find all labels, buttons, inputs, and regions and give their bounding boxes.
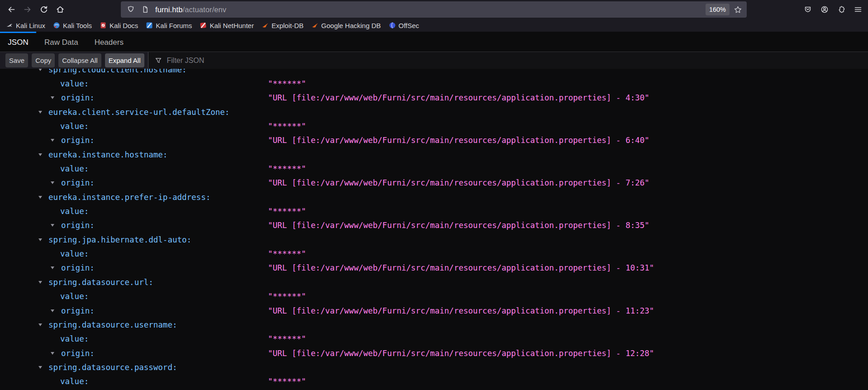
json-row-spring-cloud-client-hostname: spring.cloud.client.hostname: — [0, 69, 868, 76]
json-origin-label[interactable]: origin: — [61, 263, 95, 272]
json-value-label: value: — [60, 122, 89, 131]
bookmark-kali-forums[interactable]: Kali Forums — [144, 21, 193, 30]
bookmark-exploit-db[interactable]: Exploit-DB — [260, 21, 305, 30]
json-origin-label[interactable]: origin: — [61, 306, 95, 315]
extensions-button[interactable] — [834, 2, 849, 17]
zoom-level-badge[interactable]: 160% — [706, 4, 730, 15]
json-value-label: value: — [60, 207, 89, 216]
json-key-label[interactable]: spring.datasource.url: — [48, 278, 153, 287]
collapse-all-button[interactable]: Collapse All — [58, 53, 101, 67]
bookmark-star-icon[interactable] — [731, 4, 744, 15]
json-row-eureka-instance-hostname: eureka.instance.hostname: — [0, 147, 868, 162]
pocket-icon — [803, 5, 812, 14]
expand-arrow-icon[interactable] — [38, 281, 42, 284]
copy-button[interactable]: Copy — [32, 53, 55, 67]
json-origin-label[interactable]: origin: — [61, 178, 95, 187]
viewer-toolbar: SaveCopyCollapse AllExpand All — [0, 52, 868, 69]
expand-arrow-icon[interactable] — [51, 352, 54, 355]
json-origin-label[interactable]: origin: — [61, 349, 95, 358]
json-key-label[interactable]: eureka.instance.hostname: — [48, 150, 167, 159]
json-key-label[interactable]: spring.datasource.username: — [48, 320, 177, 329]
expand-arrow-icon[interactable] — [38, 366, 42, 369]
back-button[interactable] — [4, 2, 19, 17]
json-key-label[interactable]: spring.datasource.password: — [48, 363, 177, 372]
account-button[interactable] — [817, 2, 832, 17]
save-button[interactable]: Save — [5, 53, 28, 67]
json-key-label[interactable]: eureka.instance.prefer-ip-address: — [48, 193, 210, 202]
json-row-spring-cloud-client-hostname-value: value:"******" — [0, 76, 868, 90]
kali-tools-icon — [53, 22, 60, 29]
tab-raw-data[interactable]: Raw Data — [36, 32, 86, 52]
expand-arrow-icon[interactable] — [38, 196, 42, 199]
json-key-label[interactable]: spring.jpa.hibernate.ddl-auto: — [48, 235, 191, 244]
json-row-spring-datasource-password-value: value:"******" — [0, 375, 868, 389]
json-row-eureka-instance-prefer-ip-address-origin: origin:"URL [file:/var/www/web/Furni/src… — [0, 219, 868, 233]
json-string-value: "URL [file:/var/www/web/Furni/src/main/r… — [268, 263, 654, 272]
expand-arrow-icon[interactable] — [51, 139, 54, 142]
browser-nav-toolbar: furni.htb/actuator/env 160% — [0, 0, 868, 19]
forward-button[interactable] — [20, 2, 35, 17]
shield-icon[interactable] — [126, 5, 135, 14]
bookmark-label: Kali Docs — [110, 22, 138, 29]
json-row-spring-jpa-hibernate-ddl-auto: spring.jpa.hibernate.ddl-auto: — [0, 233, 868, 247]
tab-json[interactable]: JSON — [0, 32, 36, 52]
json-origin-label[interactable]: origin: — [61, 136, 95, 145]
json-row-spring-datasource-username: spring.datasource.username: — [0, 318, 868, 332]
pocket-button[interactable] — [801, 2, 815, 17]
bookmark-label: Kali Forums — [156, 22, 192, 29]
expand-arrow-icon[interactable] — [51, 181, 54, 184]
json-row-spring-datasource-username-value: value:"******" — [0, 332, 868, 346]
expand-arrow-icon[interactable] — [38, 238, 42, 241]
json-origin-label[interactable]: origin: — [61, 93, 95, 102]
menu-button[interactable] — [851, 2, 865, 17]
extensions-icon — [837, 5, 846, 14]
json-row-spring-jpa-hibernate-ddl-auto-value: value:"******" — [0, 247, 868, 261]
expand-arrow-icon[interactable] — [38, 69, 42, 71]
funnel-icon — [155, 57, 162, 64]
json-value-label: value: — [60, 79, 89, 88]
url-bar[interactable]: furni.htb/actuator/env 160% — [121, 1, 747, 18]
json-string-value: "URL [file:/var/www/web/Furni/src/main/r… — [268, 306, 654, 315]
expand-arrow-icon[interactable] — [51, 224, 54, 227]
bookmark-kali-tools[interactable]: Kali Tools — [52, 21, 93, 30]
expand-arrow-icon[interactable] — [51, 309, 54, 312]
expand-arrow-icon[interactable] — [38, 111, 42, 114]
json-row-spring-jpa-hibernate-ddl-auto-origin: origin:"URL [file:/var/www/web/Furni/src… — [0, 261, 868, 275]
json-row-eureka-instance-prefer-ip-address-value: value:"******" — [0, 204, 868, 218]
expand-arrow-icon[interactable] — [51, 96, 54, 99]
bookmark-kali-nethunter[interactable]: Kali NetHunter — [198, 21, 255, 30]
expand-arrow-icon[interactable] — [38, 323, 42, 326]
bookmark-offsec[interactable]: OffSec — [387, 21, 421, 30]
viewer-toolbar-buttons: SaveCopyCollapse AllExpand All — [0, 53, 144, 67]
expand-arrow-icon[interactable] — [38, 153, 42, 156]
bookmark-kali-linux[interactable]: Kali Linux — [5, 21, 47, 30]
json-row-spring-cloud-client-hostname-origin: origin:"URL [file:/var/www/web/Furni/src… — [0, 91, 868, 105]
bookmark-google-hacking-db[interactable]: Google Hacking DB — [310, 21, 382, 30]
page-icon[interactable] — [141, 5, 150, 14]
home-button[interactable] — [53, 2, 67, 17]
json-origin-label[interactable]: origin: — [61, 221, 95, 230]
json-string-value: "URL [file:/var/www/web/Furni/src/main/r… — [268, 136, 649, 145]
tab-headers[interactable]: Headers — [86, 32, 132, 52]
json-key-label[interactable]: spring.cloud.client.hostname: — [48, 69, 187, 74]
json-row-eureka-instance-hostname-value: value:"******" — [0, 162, 868, 176]
expand-all-button[interactable]: Expand All — [105, 53, 144, 67]
json-value-label: value: — [60, 249, 89, 258]
json-key-label[interactable]: eureka.client.service-url.defaultZone: — [48, 108, 229, 117]
bookmark-kali-docs[interactable]: Kali Docs — [98, 21, 139, 30]
reload-button[interactable] — [37, 2, 51, 17]
filter-json-input[interactable] — [166, 56, 868, 65]
kali-nethunter-icon — [200, 22, 207, 29]
json-content: spring.cloud.client.hostname:value:"****… — [0, 69, 868, 390]
expand-arrow-icon[interactable] — [51, 266, 54, 269]
json-row-eureka-client-service-url-defaultzone: eureka.client.service-url.defaultZone: — [0, 105, 868, 119]
json-rows: spring.cloud.client.hostname:value:"****… — [0, 69, 868, 389]
filter-zone — [148, 52, 868, 69]
back-arrow-icon — [7, 5, 16, 14]
json-string-value: "******" — [268, 292, 306, 301]
bookmark-label: Kali NetHunter — [210, 22, 254, 29]
json-row-spring-datasource-password: spring.datasource.password: — [0, 360, 868, 374]
account-icon — [820, 5, 829, 14]
json-string-value: "URL [file:/var/www/web/Furni/src/main/r… — [268, 178, 649, 187]
bookmark-label: Kali Linux — [16, 22, 45, 29]
